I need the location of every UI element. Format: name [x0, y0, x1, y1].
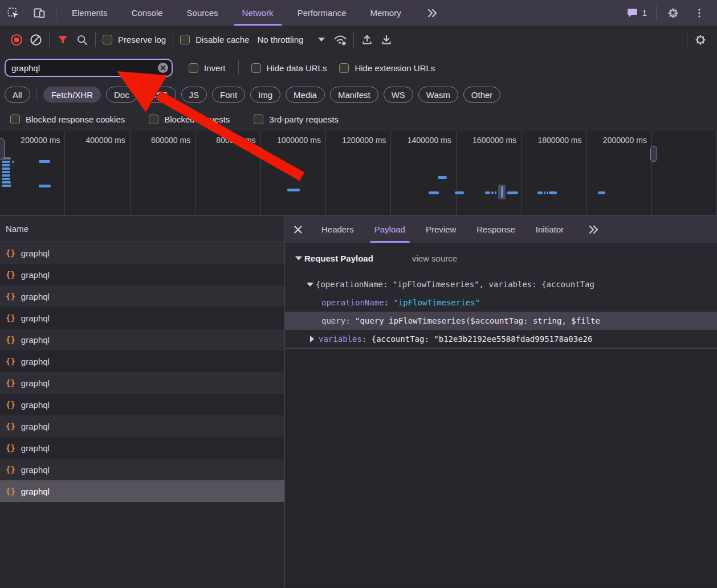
disable-cache-toggle[interactable]: Disable cache [180, 35, 249, 44]
type-chip-other[interactable]: Other [463, 87, 501, 103]
adv-filter-label: Blocked response cookies [26, 115, 125, 124]
request-details-panel: HeadersPayloadPreviewResponseInitiator R… [285, 216, 717, 587]
type-chip-fetchxhr[interactable]: Fetch/XHR [43, 87, 101, 103]
request-name: graphql [21, 422, 50, 431]
type-chip-manifest[interactable]: Manifest [330, 87, 378, 103]
more-details-tabs-icon[interactable] [586, 224, 600, 235]
payload-query-row[interactable]: query "query ipFlowTimeseries($accountTa… [285, 312, 717, 330]
waterfall-bar [12, 161, 14, 163]
settings-gear-icon[interactable] [660, 7, 686, 19]
top-right-controls: 1 [621, 0, 717, 26]
type-chip-doc[interactable]: Doc [106, 87, 137, 103]
comment-icon [626, 7, 638, 19]
filter-input[interactable] [5, 59, 173, 77]
payload-key: variables [319, 330, 372, 348]
type-chip-media[interactable]: Media [286, 87, 325, 103]
preserve-log-toggle[interactable]: Preserve log [103, 35, 166, 44]
network-overview-timeline[interactable]: 200000 ms400000 ms600000 ms800000 ms1000… [0, 131, 717, 216]
details-tab-preview[interactable]: Preview [415, 216, 466, 243]
request-payload-title: Request Payload [295, 254, 373, 263]
table-row[interactable]: {}graphql [0, 264, 284, 285]
table-row[interactable]: {}graphql [0, 415, 284, 437]
timeline-left-handle[interactable] [0, 138, 5, 160]
clear-network-log-icon[interactable] [26, 30, 46, 50]
details-tab-payload[interactable]: Payload [364, 216, 415, 243]
hide-extension-urls-toggle[interactable]: Hide extension URLs [339, 63, 435, 73]
request-name: graphql [21, 248, 50, 258]
preserve-log-checkbox[interactable] [103, 35, 112, 44]
network-conditions-icon[interactable] [331, 30, 350, 50]
invert-toggle[interactable]: Invert [189, 63, 226, 73]
tab-memory[interactable]: Memory [358, 0, 413, 26]
hide-data-urls-toggle[interactable]: Hide data URLs [251, 63, 327, 73]
close-details-icon[interactable] [285, 225, 311, 234]
name-column-header[interactable]: Name [0, 216, 284, 242]
tab-console[interactable]: Console [120, 0, 175, 26]
triangle-down-icon [307, 283, 313, 287]
table-row[interactable]: {}graphql [0, 329, 284, 350]
request-payload-section[interactable]: Request Payload view source [285, 248, 717, 268]
device-toolbar-icon[interactable] [26, 0, 52, 26]
tab-performance[interactable]: Performance [286, 0, 358, 26]
adv-filter-blocked-requests[interactable]: Blocked requests [149, 115, 230, 124]
checkbox[interactable] [10, 115, 20, 124]
request-name: graphql [21, 400, 50, 410]
table-row[interactable]: {}graphql [0, 285, 284, 307]
payload-root-row[interactable]: {operationName: "ipFlowTimeseries", vari… [285, 275, 717, 293]
filter-icon[interactable] [53, 30, 72, 50]
hide-data-urls-label: Hide data URLs [267, 63, 327, 73]
throttling-select[interactable]: No throttling [257, 35, 325, 44]
record-network-log-icon[interactable] [7, 30, 26, 50]
json-braces-icon: {} [6, 357, 15, 366]
type-chip-css[interactable]: CSS [142, 87, 176, 103]
tab-sources[interactable]: Sources [175, 0, 230, 26]
table-row[interactable]: {}graphql [0, 372, 284, 394]
table-row[interactable]: {}graphql [0, 437, 284, 459]
type-chip-ws[interactable]: WS [384, 87, 413, 103]
tab-elements[interactable]: Elements [60, 0, 120, 26]
disable-cache-checkbox[interactable] [180, 35, 190, 44]
type-chip-font[interactable]: Font [212, 87, 245, 103]
payload-value: {accountTag: "b12e3b2192ee5588fdad995178… [372, 330, 593, 348]
import-har-icon[interactable] [357, 30, 377, 50]
request-name: graphql [21, 465, 50, 475]
details-tab-headers[interactable]: Headers [311, 216, 364, 243]
disable-cache-label: Disable cache [195, 35, 249, 44]
payload-tree: {operationName: "ipFlowTimeseries", vari… [285, 275, 717, 349]
payload-operation-row[interactable]: operationName "ipFlowTimeseries" [285, 293, 717, 312]
request-name: graphql [21, 270, 50, 280]
view-source-link[interactable]: view source [412, 254, 457, 263]
table-row[interactable]: {}graphql [0, 242, 284, 264]
hide-extension-urls-checkbox[interactable] [339, 63, 349, 73]
hide-data-urls-checkbox[interactable] [251, 63, 261, 73]
type-chip-wasm[interactable]: Wasm [418, 87, 458, 103]
invert-checkbox[interactable] [189, 63, 198, 73]
timeline-right-handle[interactable] [650, 146, 657, 162]
network-settings-gear-icon[interactable] [691, 30, 710, 50]
kebab-menu-icon[interactable] [686, 7, 712, 19]
payload-variables-row[interactable]: variables {accountTag: "b12e3b2192ee5588… [285, 330, 717, 348]
type-chip-img[interactable]: Img [250, 87, 280, 103]
export-har-icon[interactable] [377, 30, 396, 50]
tab-network[interactable]: Network [230, 0, 286, 26]
details-tab-response[interactable]: Response [466, 216, 525, 243]
table-row[interactable]: {}graphql [0, 459, 284, 480]
checkbox[interactable] [254, 115, 263, 124]
table-row[interactable]: {}graphql [0, 480, 284, 502]
type-chip-all[interactable]: All [5, 87, 30, 103]
checkbox[interactable] [149, 115, 158, 124]
clear-filter-icon[interactable] [158, 63, 168, 73]
adv-filter-blocked-response-cookies[interactable]: Blocked response cookies [10, 115, 125, 124]
type-chip-js[interactable]: JS [181, 87, 207, 103]
table-row[interactable]: {}graphql [0, 307, 284, 329]
details-tab-initiator[interactable]: Initiator [525, 216, 574, 243]
waterfall-bar [287, 189, 300, 191]
issues-counter[interactable]: 1 [621, 7, 653, 19]
adv-filter-3rd-party-requests[interactable]: 3rd-party requests [254, 115, 339, 124]
table-row[interactable]: {}graphql [0, 394, 284, 415]
table-row[interactable]: {}graphql [0, 350, 284, 372]
search-icon[interactable] [72, 30, 92, 50]
more-panels-icon[interactable] [413, 0, 451, 26]
inspect-element-icon[interactable] [0, 0, 26, 26]
json-braces-icon: {} [6, 270, 15, 279]
